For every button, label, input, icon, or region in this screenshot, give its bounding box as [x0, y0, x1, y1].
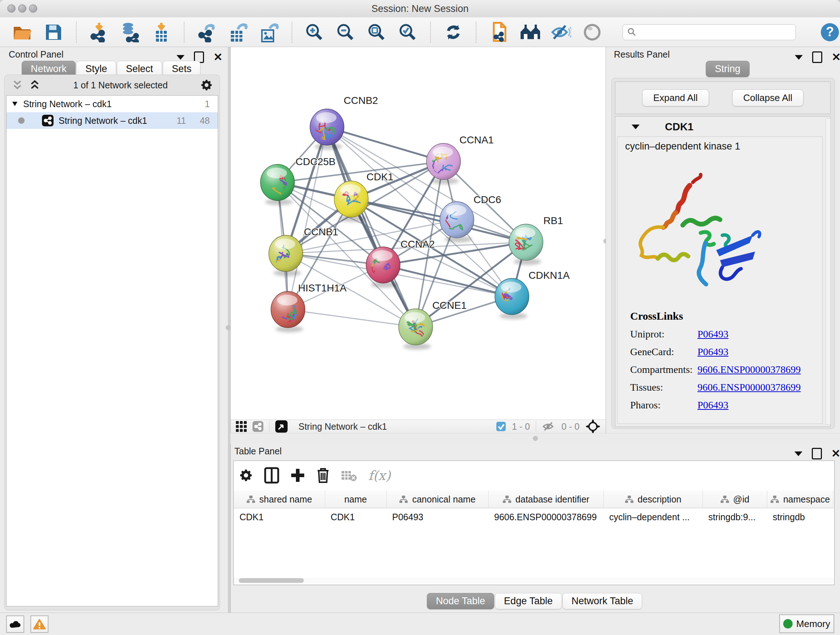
- grey-sphere-icon[interactable]: [582, 22, 602, 42]
- table-panel-menu-icon[interactable]: [794, 451, 802, 456]
- export-network-icon[interactable]: [197, 22, 217, 42]
- string-home-icon[interactable]: [520, 22, 540, 42]
- import-table-icon[interactable]: [151, 22, 172, 42]
- col-namespace[interactable]: namespace: [767, 491, 833, 508]
- network-collection-row[interactable]: String Network – cdk1 1: [6, 96, 218, 112]
- network-canvas[interactable]: CCNB2CCNA1CDC25BCDK1CDC6RB1CCNB1CCNA2CDK…: [231, 47, 606, 420]
- tab-network-table[interactable]: Network Table: [562, 593, 643, 609]
- cell-database-identifier[interactable]: 9606.ENSP00000378699: [488, 508, 603, 526]
- selected-checkbox-icon[interactable]: [496, 421, 506, 432]
- search-input[interactable]: [622, 24, 796, 40]
- col-database-identifier[interactable]: database identifier: [488, 491, 603, 508]
- import-network-file-icon[interactable]: [89, 22, 109, 42]
- network-edge-count: 48: [200, 116, 210, 126]
- network-node-count: 11: [177, 116, 186, 126]
- zoom-in-icon[interactable]: [305, 22, 325, 42]
- crosslink-pharos-link[interactable]: P06493: [698, 399, 729, 411]
- cell-description[interactable]: cyclin–dependent ...: [603, 508, 703, 526]
- hidden-eye-icon[interactable]: [542, 421, 556, 432]
- export-table-icon[interactable]: [228, 22, 248, 42]
- crosslink-uniprot-link[interactable]: P06493: [698, 328, 729, 340]
- network-edge[interactable]: [288, 310, 416, 327]
- node-label: RB1: [543, 215, 563, 226]
- cell-id[interactable]: stringdb:9...: [703, 508, 767, 526]
- network-node-CDC25B[interactable]: CDC25B: [261, 156, 335, 207]
- col-id[interactable]: @id: [703, 491, 767, 508]
- cdk1-section-header[interactable]: CDK1: [617, 119, 822, 135]
- horizontal-splitter[interactable]: [231, 433, 840, 444]
- section-node-name: CDK1: [665, 121, 693, 133]
- crosslink-tissues-link[interactable]: 9606.ENSP00000378699: [698, 382, 801, 393]
- horizontal-splitter-handle[interactable]: [533, 436, 538, 441]
- cell-namespace[interactable]: stringdb: [767, 508, 833, 526]
- col-description[interactable]: description: [603, 491, 703, 508]
- table-row[interactable]: CDK1 CDK1 P06493 9606.ENSP00000378699 cy…: [234, 508, 833, 526]
- results-panel-menu-icon[interactable]: [795, 55, 803, 60]
- zoom-selected-icon[interactable]: [398, 22, 418, 42]
- delete-column-icon[interactable]: [316, 467, 330, 484]
- table-gear-icon[interactable]: [239, 468, 253, 483]
- network-node-CCNE1[interactable]: CCNE1: [399, 300, 467, 350]
- network-edge[interactable]: [327, 127, 444, 162]
- control-panel-close-icon[interactable]: ✕: [213, 52, 223, 62]
- node-label: CCNB2: [344, 95, 378, 106]
- network-node-CDKN1A[interactable]: CDKN1A: [493, 270, 570, 319]
- expand-all-button[interactable]: Expand All: [642, 89, 709, 106]
- add-column-icon[interactable]: [290, 468, 305, 483]
- tab-edge-table[interactable]: Edge Table: [495, 593, 562, 609]
- show-columns-icon[interactable]: [264, 467, 279, 484]
- table-toolbar: f(x): [239, 464, 391, 486]
- memory-button[interactable]: Memory: [779, 614, 834, 633]
- network-row[interactable]: String Network – cdk1 11 48: [6, 112, 218, 129]
- save-session-icon[interactable]: [43, 22, 64, 42]
- crosslink-label: Uniprot:: [630, 328, 698, 340]
- import-network-database-icon[interactable]: [120, 22, 141, 42]
- tab-node-table[interactable]: Node Table: [427, 593, 494, 609]
- grid-view-icon[interactable]: [236, 421, 247, 432]
- cell-shared-name[interactable]: CDK1: [234, 508, 325, 526]
- tree-expander-icon[interactable]: [6, 100, 23, 108]
- col-name[interactable]: name: [325, 491, 386, 508]
- col-canonical-name[interactable]: canonical name: [386, 491, 488, 508]
- string-import-icon[interactable]: [489, 22, 509, 42]
- gear-icon[interactable]: [200, 79, 213, 92]
- control-panel-menu-icon[interactable]: [177, 55, 185, 60]
- network-edge[interactable]: [327, 127, 416, 327]
- collapse-all-button[interactable]: Collapse All: [732, 89, 804, 106]
- tab-string[interactable]: String: [706, 61, 750, 77]
- open-session-icon[interactable]: [12, 22, 33, 42]
- fit-selected-crosshair-icon[interactable]: [585, 419, 600, 434]
- toolbar-separator: [536, 421, 536, 432]
- crosslink-compartments-link[interactable]: 9606.ENSP00000378699: [698, 364, 801, 375]
- network-node-CCNA2[interactable]: CCNA2: [366, 239, 435, 288]
- refresh-icon[interactable]: [443, 22, 463, 42]
- results-scrollbar[interactable]: [826, 119, 831, 424]
- cell-name[interactable]: CDK1: [325, 508, 386, 526]
- cloud-status-button[interactable]: [6, 616, 24, 633]
- glass-ball-effect-icon[interactable]: [551, 22, 571, 42]
- warning-status-button[interactable]: [30, 616, 49, 633]
- table-hscrollbar[interactable]: [234, 578, 834, 584]
- zoom-fit-icon[interactable]: [366, 22, 387, 42]
- export-image-icon[interactable]: [259, 22, 279, 42]
- results-panel-close-icon[interactable]: ✕: [832, 52, 840, 62]
- left-splitter-handle[interactable]: [226, 325, 231, 330]
- birds-eye-view-icon[interactable]: [275, 420, 287, 432]
- network-node-CCNB2[interactable]: CCNB2: [310, 95, 378, 150]
- crosslink-genecard-link[interactable]: P06493: [698, 346, 729, 358]
- node-label: CDC6: [474, 194, 501, 205]
- cell-canonical-name[interactable]: P06493: [386, 508, 488, 526]
- table-panel-float-icon[interactable]: [812, 448, 822, 459]
- results-panel-float-icon[interactable]: [812, 51, 822, 63]
- help-icon[interactable]: ?: [820, 22, 840, 42]
- table-panel-close-icon[interactable]: ✕: [831, 449, 840, 458]
- section-collapse-icon[interactable]: [632, 125, 639, 129]
- expand-all-icon[interactable]: [28, 80, 41, 90]
- network-node-HIST1H1A[interactable]: HIST1H1A: [271, 282, 347, 333]
- col-shared-name[interactable]: shared name: [234, 491, 325, 508]
- table-hscrollbar-thumb[interactable]: [239, 578, 304, 583]
- collapse-all-icon[interactable]: [11, 80, 24, 90]
- network-node-RB1[interactable]: RB1: [509, 215, 563, 265]
- zoom-out-icon[interactable]: [335, 22, 355, 42]
- network-node-CDC6[interactable]: CDC6: [430, 194, 501, 242]
